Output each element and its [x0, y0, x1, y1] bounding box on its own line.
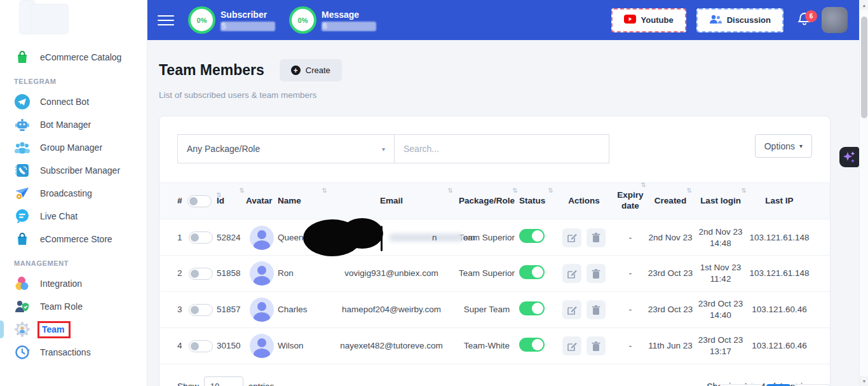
notifications-bell[interactable]: 6	[797, 11, 811, 29]
sidebar-item-integration[interactable]: Integration	[0, 272, 147, 295]
sort-icon[interactable]: ⇅	[641, 181, 646, 190]
sidebar-item-live-chat[interactable]: Live Chat	[0, 205, 147, 228]
options-button[interactable]: Options ▾	[755, 134, 812, 158]
logo-placeholder	[0, 0, 147, 41]
sidebar-item-group-manager[interactable]: Group Manager	[0, 136, 147, 159]
status-toggle-on[interactable]	[519, 229, 545, 243]
telegram-plane-icon	[14, 93, 31, 110]
message-stat-label: Message	[322, 10, 376, 20]
entries-label: entries	[248, 382, 275, 386]
shopping-bag-blue-icon	[14, 231, 31, 247]
edit-button[interactable]	[562, 228, 581, 247]
sidebar-item-team[interactable]: Team	[0, 318, 147, 341]
youtube-icon	[624, 15, 636, 25]
edit-pencil-icon	[567, 341, 577, 351]
delete-button[interactable]	[587, 336, 606, 355]
email-fragment: n	[432, 232, 437, 244]
subscriber-stat-label: Subscriber	[220, 10, 275, 20]
create-button-label: Create	[306, 65, 330, 75]
sort-icon[interactable]: ⇅	[448, 187, 453, 195]
trash-icon	[592, 305, 600, 315]
package-cell: Team-White	[454, 340, 519, 352]
sidebar-item-label: Broadcasting	[40, 188, 92, 198]
sort-icon[interactable]: ⇅	[240, 187, 245, 195]
id-cell: 52824	[217, 232, 246, 244]
sort-icon[interactable]: ⇅	[513, 187, 518, 195]
package-role-select[interactable]: Any Package/Role ▾	[177, 134, 395, 163]
transactions-clock-icon	[14, 344, 31, 361]
sort-icon[interactable]: ⇅	[548, 187, 553, 195]
row-select-toggle[interactable]	[189, 268, 213, 280]
hamburger-menu-icon[interactable]	[158, 12, 174, 29]
message-stat: 0% Message 6	[289, 6, 376, 34]
page-size-select[interactable]: 10 ⌄	[204, 376, 243, 386]
caret-down-icon: ▾	[799, 142, 803, 149]
sort-icon[interactable]: ⇅	[322, 187, 327, 195]
robot-icon	[14, 116, 31, 133]
edit-button[interactable]	[562, 336, 581, 355]
gear-person-icon	[14, 321, 31, 338]
sidebar-item-label: eCommerce Catalog	[40, 52, 121, 62]
status-toggle-on[interactable]	[519, 338, 545, 352]
sidebar-item-team-role[interactable]: Team Role	[0, 295, 147, 318]
sidebar-item-ecommerce-catalog[interactable]: eCommerce Catalog	[0, 46, 147, 69]
delete-button[interactable]	[587, 264, 606, 283]
row-select-toggle[interactable]	[189, 231, 213, 244]
youtube-button[interactable]: Youtube	[611, 8, 686, 32]
vertical-scrollbar[interactable]: ▲ ▼	[859, 0, 868, 386]
row-number: 4	[177, 340, 182, 352]
last-login-cell: 1st Nov 23 11:42	[693, 262, 748, 284]
column-header-last-ip: Last IP	[748, 196, 811, 207]
id-cell: 51858	[217, 268, 246, 279]
logo-skeleton-shape	[31, 4, 69, 34]
search-input[interactable]	[395, 134, 609, 163]
create-button[interactable]: + Create	[280, 59, 342, 81]
scrollbar-thumb[interactable]	[861, 17, 867, 118]
caret-down-icon: ▾	[382, 146, 385, 153]
sidebar-item-label: Connect Bot	[40, 97, 89, 107]
sidebar-item-connect-bot[interactable]: Connect Bot	[0, 90, 147, 113]
row-select-toggle[interactable]	[189, 304, 213, 316]
ai-assistant-button[interactable]	[839, 147, 859, 167]
shopping-bag-green-icon	[14, 49, 31, 65]
status-toggle-on[interactable]	[519, 301, 545, 315]
select-all-toggle[interactable]	[187, 195, 212, 207]
sidebar-item-bot-manager[interactable]: Bot Manager	[0, 113, 147, 136]
delete-button[interactable]	[587, 228, 606, 247]
sidebar-item-ecommerce-store[interactable]: eCommerce Store	[0, 228, 147, 251]
name-cell: Wilson	[278, 340, 329, 352]
sidebar-item-label: Transactions	[40, 347, 91, 357]
delete-button[interactable]	[587, 300, 606, 319]
table-row: 1 52824 Queen n om Team Superior	[159, 219, 830, 256]
avatar-blurred-image	[822, 7, 848, 33]
email-cell: nayexet482@tutoreve.com	[329, 340, 454, 352]
edit-button[interactable]	[562, 300, 581, 319]
app-root: eCommerce Catalog TELEGRAM Connect Bot B…	[0, 0, 868, 386]
status-toggle-on[interactable]	[519, 265, 545, 279]
scrollbar-up-arrow[interactable]: ▲	[860, 0, 868, 10]
sort-icon[interactable]: ⇅	[687, 187, 692, 195]
column-header-created: Created⇅	[648, 196, 693, 207]
integration-circles-icon	[14, 275, 31, 292]
sidebar: eCommerce Catalog TELEGRAM Connect Bot B…	[0, 0, 147, 386]
edit-button[interactable]	[562, 264, 581, 283]
member-avatar	[250, 226, 274, 250]
column-header-name: Name⇅	[278, 196, 329, 207]
user-avatar[interactable]	[822, 7, 848, 33]
row-select-toggle[interactable]	[189, 340, 213, 352]
column-header-avatar: Avatar	[246, 196, 278, 207]
scrollbar-down-arrow[interactable]: ▼	[860, 376, 868, 386]
sort-icon[interactable]: ⇅	[742, 187, 747, 195]
discussion-button[interactable]: Discussion	[696, 8, 783, 32]
sidebar-item-subscriber-manager[interactable]: Subscriber Manager	[0, 159, 147, 182]
email-cell-redacted: n om	[329, 219, 454, 256]
sidebar-item-transactions[interactable]: Transactions	[0, 341, 147, 364]
sidebar-item-broadcasting[interactable]: Broadcasting	[0, 182, 147, 205]
name-cell: Charles	[278, 304, 329, 315]
sidebar-item-label: Group Manager	[40, 142, 102, 153]
subscriber-progress-ring: 0%	[188, 6, 215, 34]
last-ip-cell: 103.121.61.148	[748, 232, 811, 244]
sidebar-item-label: eCommerce Store	[40, 234, 112, 244]
last-ip-cell: 103.121.60.46	[748, 340, 811, 352]
edit-pencil-icon	[567, 269, 577, 279]
